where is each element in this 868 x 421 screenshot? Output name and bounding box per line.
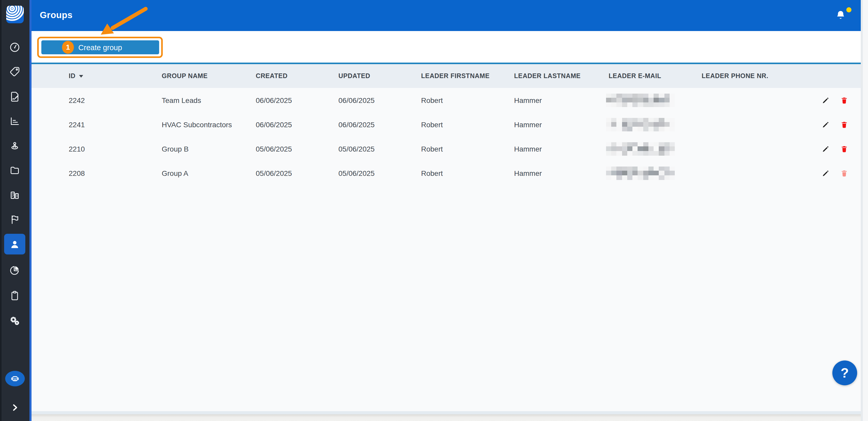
- help-button[interactable]: ?: [832, 361, 857, 385]
- delete-row-button[interactable]: [840, 96, 848, 104]
- sidebar: [0, 0, 32, 421]
- cell-group-name: Team Leads: [162, 96, 256, 104]
- sidebar-item-document-sign[interactable]: [4, 86, 25, 107]
- chevron-right-icon: [10, 403, 20, 412]
- cell-updated: 05/06/2025: [338, 169, 421, 177]
- sidebar-item-buildings[interactable]: [4, 185, 25, 205]
- redacted-email: [606, 118, 675, 131]
- edit-row-button[interactable]: [822, 120, 830, 129]
- cell-updated: 06/06/2025: [338, 120, 421, 129]
- sort-desc-icon: [79, 75, 83, 77]
- column-header-group-name[interactable]: GROUP NAME: [162, 73, 256, 80]
- document-sign-icon: [9, 90, 21, 102]
- cell-group-name: HVAC Subcontractors: [162, 120, 256, 129]
- edit-row-button[interactable]: [822, 145, 830, 153]
- column-header-updated[interactable]: UPDATED: [338, 73, 421, 80]
- pencil-icon: [822, 96, 830, 104]
- cell-updated: 05/06/2025: [338, 145, 421, 153]
- pencil-icon: [822, 145, 830, 153]
- create-group-button[interactable]: Create group: [41, 40, 159, 54]
- app-logo[interactable]: [6, 6, 24, 23]
- trash-icon: [840, 96, 848, 104]
- table-row: 2241 HVAC Subcontractors 06/06/2025 06/0…: [32, 112, 861, 137]
- table-header-row: ID GROUP NAME CREATED UPDATED LEADER FIR…: [32, 64, 861, 88]
- column-header-created[interactable]: CREATED: [256, 73, 338, 80]
- gauge-icon: [9, 41, 21, 53]
- sidebar-item-clipboard[interactable]: [4, 285, 25, 306]
- delete-row-button[interactable]: [840, 145, 848, 153]
- column-header-leader-email[interactable]: LEADER E-MAIL: [609, 73, 702, 80]
- delete-row-button[interactable]: [840, 169, 848, 177]
- sidebar-item-gears[interactable]: [4, 310, 25, 331]
- cell-group-name: Group A: [162, 169, 256, 177]
- column-header-id[interactable]: ID: [69, 73, 162, 80]
- notifications-button[interactable]: [835, 9, 846, 22]
- gears-icon: [9, 315, 21, 327]
- robot-icon: [9, 372, 21, 385]
- page-title: Groups: [40, 10, 72, 21]
- annotation-step-badge: 1: [62, 40, 74, 54]
- pencil-icon: [822, 169, 830, 177]
- trash-icon: [840, 169, 848, 177]
- bar-chart-icon: [9, 115, 21, 127]
- edit-row-button[interactable]: [822, 96, 830, 104]
- pie-chart-icon: [9, 264, 21, 276]
- cell-leader-lastname: Hammer: [514, 120, 609, 129]
- cell-id: 2241: [69, 120, 162, 129]
- sidebar-item-folder[interactable]: [4, 160, 25, 180]
- table-row: 2210 Group B 05/06/2025 05/06/2025 Rober…: [32, 137, 861, 161]
- cell-leader-firstname: Robert: [421, 96, 514, 104]
- cell-updated: 06/06/2025: [338, 96, 421, 104]
- buildings-icon: [9, 189, 21, 201]
- delete-row-button[interactable]: [840, 120, 848, 129]
- cell-id: 2210: [69, 145, 162, 153]
- cell-created: 06/06/2025: [256, 96, 338, 104]
- cell-leader-lastname: Hammer: [514, 145, 609, 153]
- column-header-leader-lastname[interactable]: LEADER LASTNAME: [514, 73, 609, 80]
- redacted-email: [606, 142, 675, 156]
- cell-leader-lastname: Hammer: [514, 169, 609, 177]
- sidebar-item-bar-chart[interactable]: [4, 111, 25, 131]
- table-row: 2208 Group A 05/06/2025 05/06/2025 Rober…: [32, 161, 861, 185]
- sidebar-item-person-location[interactable]: [4, 135, 25, 156]
- cell-id: 2242: [69, 96, 162, 104]
- trash-icon: [840, 145, 848, 153]
- page-bottom-strip: [32, 414, 861, 421]
- edit-row-button[interactable]: [822, 169, 830, 177]
- cell-leader-firstname: Robert: [421, 145, 514, 153]
- content-bottom-strip: [32, 411, 861, 414]
- redacted-email: [606, 93, 675, 107]
- trash-icon: [840, 120, 848, 129]
- redacted-email: [606, 166, 675, 180]
- concentric-arcs-logo-icon: [6, 6, 24, 23]
- folder-icon: [9, 164, 21, 176]
- sidebar-item-person[interactable]: [4, 234, 25, 254]
- cell-leader-firstname: Robert: [421, 169, 514, 177]
- person-icon: [9, 238, 21, 250]
- table-row: 2242 Team Leads 06/06/2025 06/06/2025 Ro…: [32, 88, 861, 112]
- clipboard-icon: [9, 289, 21, 301]
- app-window: Groups 4 groups found Create group 1 ID …: [0, 0, 868, 421]
- notification-badge: [846, 7, 851, 12]
- column-header-leader-firstname[interactable]: LEADER FIRSTNAME: [421, 73, 514, 80]
- person-location-icon: [9, 139, 21, 151]
- column-header-leader-phone[interactable]: LEADER PHONE NR.: [702, 73, 861, 80]
- cell-leader-lastname: Hammer: [514, 96, 609, 104]
- cell-created: 05/06/2025: [256, 169, 338, 177]
- sidebar-item-flag[interactable]: [4, 209, 25, 230]
- sidebar-item-tag[interactable]: [4, 61, 25, 82]
- sidebar-expand-button[interactable]: [10, 403, 20, 412]
- pencil-icon: [822, 120, 830, 129]
- cell-id: 2208: [69, 169, 162, 177]
- sidebar-item-gauge[interactable]: [4, 37, 25, 57]
- cell-created: 06/06/2025: [256, 120, 338, 129]
- page-edge-strip: [860, 0, 868, 421]
- bell-icon: [835, 9, 846, 21]
- assistant-button[interactable]: [5, 371, 25, 386]
- sidebar-item-pie-chart[interactable]: [4, 260, 25, 280]
- cell-created: 05/06/2025: [256, 145, 338, 153]
- flag-icon: [9, 213, 21, 225]
- cell-leader-firstname: Robert: [421, 120, 514, 129]
- top-bar: Groups: [32, 0, 861, 31]
- groups-table: ID GROUP NAME CREATED UPDATED LEADER FIR…: [32, 64, 861, 411]
